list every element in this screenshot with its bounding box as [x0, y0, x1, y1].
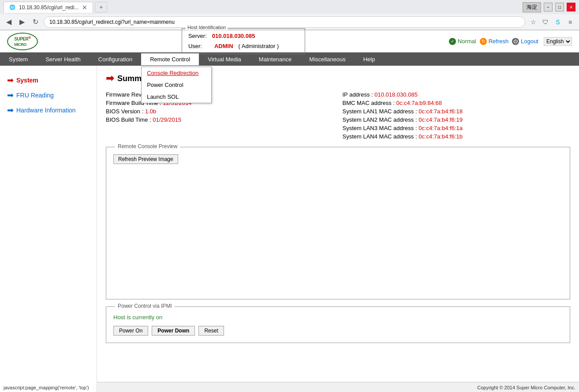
- host-id-server-row: Server: 010.018.030.085: [188, 31, 299, 41]
- statusbar-js-text: javascript:page_mapping('remote', 'top'): [4, 385, 89, 390]
- refresh-preview-button[interactable]: Refresh Preview Image: [113, 154, 178, 164]
- bios-build-label: BIOS Build Time :: [106, 116, 151, 123]
- lan1-value: 0c:c4:7a:b4:f6:18: [418, 108, 463, 115]
- titlebar-text: 海淀: [523, 2, 541, 12]
- console-preview-image: [113, 164, 563, 292]
- tab-favicon: 🌐: [9, 4, 15, 10]
- skype-icon[interactable]: S: [553, 17, 563, 27]
- language-select[interactable]: English: [544, 37, 572, 46]
- header-controls: ✓ Normal ↻ Refresh ⏻ Logout English: [449, 37, 572, 46]
- page-content: SUPER®MICRO Host Identification Server: …: [0, 30, 579, 382]
- user-label: User:: [188, 41, 202, 51]
- dropdown-console-redirection[interactable]: Console Redirection: [142, 67, 211, 79]
- lan3-label: System LAN3 MAC address :: [343, 125, 417, 131]
- shield-icon[interactable]: 🛡: [540, 17, 551, 27]
- lan4-item: System LAN4 MAC address : 0c:c4:7a:b4:f6…: [343, 133, 571, 140]
- host-id-title: Host Identification: [186, 25, 228, 30]
- browser-titlebar: 🌐 10.18.30.85/cgi/url_redi... ✕ + 海淀 − □…: [0, 0, 579, 14]
- server-value: 010.018.030.085: [212, 31, 255, 41]
- bios-version-label: BIOS Version :: [106, 108, 143, 115]
- nav-item-server-health[interactable]: Server Health: [37, 53, 89, 65]
- firmware-build-item: Firmware Build Time : 12/31/2014: [106, 100, 334, 106]
- lan1-item: System LAN1 MAC address : 0c:c4:7a:b4:f6…: [343, 108, 571, 115]
- lan3-placeholder: [106, 125, 334, 131]
- console-preview-title: Remote Console Preview: [115, 143, 180, 149]
- system-arrow-icon: ➡: [7, 75, 14, 85]
- back-button[interactable]: ◀: [4, 17, 14, 27]
- logout-link[interactable]: Logout: [521, 38, 538, 45]
- close-button[interactable]: ✕: [567, 3, 575, 11]
- lan2-label: System LAN2 MAC address :: [343, 116, 417, 123]
- nav-item-system[interactable]: System: [0, 53, 37, 65]
- nav-item-configuration[interactable]: Configuration: [90, 53, 141, 65]
- nav-item-remote-control[interactable]: Remote Control Console Redirection Power…: [141, 53, 199, 65]
- content-area: ➡ System ➡ FRU Reading ➡ Hardware Inform…: [0, 66, 579, 392]
- user-role: ( Administrator ): [239, 41, 279, 51]
- bios-version-value: 1.0b: [145, 108, 156, 115]
- footer-copyright: Copyright © 2014 Super Micro Computer, I…: [477, 385, 575, 390]
- sidebar-item-fru-reading[interactable]: ➡ FRU Reading: [4, 88, 93, 103]
- firmware-revision-item: Firmware Revision : 01.85: [106, 91, 334, 98]
- bmc-mac-item: BMC MAC address : 0c:c4:7a:b9:84:68: [343, 100, 571, 106]
- title-arrow-icon: ➡: [106, 73, 114, 84]
- ip-label: IP address :: [343, 91, 373, 98]
- logo-text: SUPER®MICRO: [14, 36, 30, 46]
- nav-item-virtual-media[interactable]: Virtual Media: [199, 53, 250, 65]
- power-control-section: Power Control via IPMI Host is currently…: [106, 306, 570, 343]
- server-label: Server:: [188, 31, 207, 41]
- power-control-title: Power Control via IPMI: [115, 303, 175, 309]
- lan3-item: System LAN3 MAC address : 0c:c4:7a:b4:f6…: [343, 125, 571, 131]
- lan2-item: System LAN2 MAC address : 0c:c4:7a:b4:f6…: [343, 116, 571, 123]
- sidebar-item-fru-label: FRU Reading: [16, 92, 54, 99]
- reset-button[interactable]: Reset: [198, 326, 224, 336]
- reload-button[interactable]: ↻: [30, 17, 41, 27]
- lan4-label: System LAN4 MAC address :: [343, 133, 417, 140]
- nav-item-maintenance[interactable]: Maintenance: [250, 53, 300, 65]
- maximize-button[interactable]: □: [555, 3, 564, 11]
- nav-bar: System Server Health Configuration Remot…: [0, 52, 579, 66]
- logout-icon: ⏻: [512, 38, 519, 45]
- bmc-mac-value: 0c:c4:7a:b9:84:68: [396, 100, 442, 106]
- ip-value: 010.018.030.085: [374, 91, 418, 98]
- power-status: Host is currently on: [106, 312, 570, 322]
- nav-item-miscellaneous[interactable]: Miscellaneous: [300, 53, 354, 65]
- sidebar-item-hardware-label: Hardware Information: [16, 107, 76, 114]
- nav-item-help[interactable]: Help: [355, 53, 384, 65]
- refresh-link[interactable]: Refresh: [489, 38, 509, 45]
- lan2-value: 0c:c4:7a:b4:f6:19: [418, 116, 463, 123]
- minimize-button[interactable]: −: [544, 3, 553, 11]
- bmc-mac-label: BMC MAC address :: [343, 100, 395, 106]
- power-on-button[interactable]: Power On: [113, 326, 148, 336]
- main-content: ➡ Summary Firmware Revision : 01.85 IP a…: [97, 66, 579, 392]
- power-buttons: Power On Power Down Reset: [106, 322, 570, 343]
- bookmark-icon[interactable]: ☆: [528, 17, 538, 27]
- power-control-content: Host is currently on Power On Power Down…: [106, 307, 570, 343]
- remote-control-dropdown: Console Redirection Power Control Launch…: [141, 67, 212, 103]
- status-label: Normal: [458, 38, 476, 45]
- browser-titlebar-left: 🌐 10.18.30.85/cgi/url_redi... ✕ +: [4, 2, 107, 13]
- tab-close-button[interactable]: ✕: [82, 4, 87, 11]
- sidebar-item-system[interactable]: ➡ System: [4, 73, 93, 88]
- new-tab-button[interactable]: +: [95, 2, 107, 12]
- status-icon: ✓: [449, 38, 456, 45]
- tab-title: 10.18.30.85/cgi/url_redi...: [19, 4, 78, 11]
- dropdown-power-control[interactable]: Power Control: [142, 79, 211, 91]
- toolbar-icons: ☆ 🛡 S ≡: [528, 17, 575, 27]
- lan4-value: 0c:c4:7a:b4:f6:1b: [418, 133, 463, 140]
- lan3-value: 0c:c4:7a:b4:f6:1a: [418, 125, 463, 131]
- host-identification-box: Host Identification Server: 010.018.030.…: [182, 28, 305, 54]
- lan4-placeholder: [106, 133, 334, 140]
- browser-tab[interactable]: 🌐 10.18.30.85/cgi/url_redi... ✕: [4, 2, 93, 13]
- bios-build-value: 01/29/2015: [153, 116, 181, 123]
- refresh-icon: ↻: [480, 38, 487, 45]
- nav-item-remote-control-label: Remote Control: [150, 56, 190, 63]
- address-bar[interactable]: [44, 16, 525, 28]
- ip-address-item: IP address : 010.018.030.085: [343, 91, 571, 98]
- menu-icon[interactable]: ≡: [565, 17, 575, 27]
- user-value: ADMIN: [214, 41, 233, 51]
- page-header: SUPER®MICRO Host Identification Server: …: [0, 30, 579, 52]
- dropdown-launch-sol[interactable]: Launch SOL: [142, 91, 211, 103]
- sidebar-item-hardware-information[interactable]: ➡ Hardware Information: [4, 103, 93, 118]
- power-down-button[interactable]: Power Down: [152, 326, 195, 336]
- forward-button[interactable]: ▶: [17, 17, 27, 27]
